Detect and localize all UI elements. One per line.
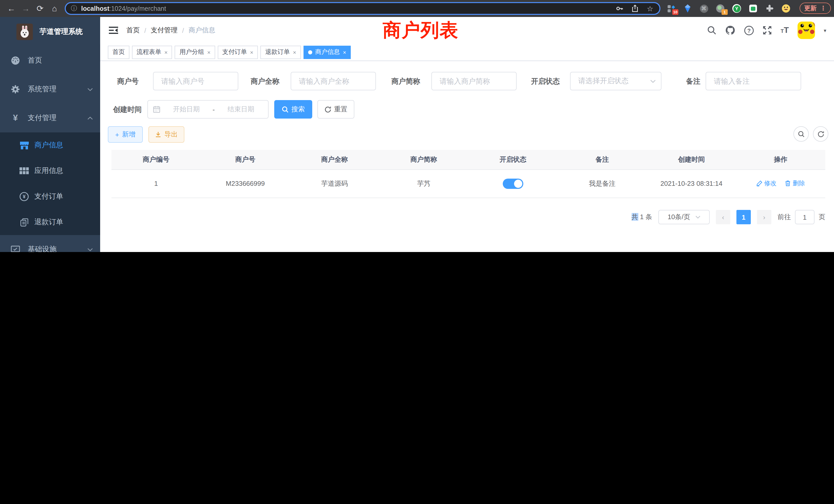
next-page-button[interactable]: › xyxy=(757,210,771,224)
sidebar-item-label: 支付管理 xyxy=(28,113,57,123)
document-copy-icon xyxy=(19,218,29,227)
export-button[interactable]: 导出 xyxy=(148,126,184,143)
sidebar-item-home[interactable]: 首页 xyxy=(0,46,100,75)
yen-circle-icon: ¥ xyxy=(19,192,29,201)
cell-merchant-id: 1 xyxy=(111,169,201,198)
sidebar-item-pay[interactable]: ¥ 支付管理 xyxy=(0,104,100,132)
col-create-time: 创建时间 xyxy=(647,150,736,169)
sidebar-item-label: 商户信息 xyxy=(35,141,63,150)
col-actions: 操作 xyxy=(736,150,826,169)
full-name-input[interactable] xyxy=(291,72,376,90)
avatar-caret-icon[interactable]: ▾ xyxy=(824,27,826,33)
fullscreen-icon[interactable] xyxy=(763,26,772,35)
app-title: 芋道管理系统 xyxy=(40,27,83,36)
cell-short-name: 芋艿 xyxy=(379,169,468,198)
sidebar-item-pay-order[interactable]: ¥ 支付订单 xyxy=(0,184,100,209)
prev-page-button[interactable]: ‹ xyxy=(716,210,730,224)
yen-icon: ¥ xyxy=(10,113,21,123)
dashboard-icon xyxy=(10,56,21,65)
address-bar[interactable]: ⓘ localhost :1024/pay/merchant ☆ xyxy=(65,2,660,15)
create-time-range-picker[interactable]: 开始日期 - 结束日期 xyxy=(147,100,269,118)
close-icon[interactable]: × xyxy=(207,49,211,55)
merchant-no-input[interactable] xyxy=(153,72,238,90)
start-date-placeholder[interactable]: 开始日期 xyxy=(164,105,208,114)
password-key-icon[interactable] xyxy=(616,5,624,12)
goto-page-input[interactable] xyxy=(795,210,814,224)
logo-rabbit-avatar xyxy=(17,23,33,40)
sidebar-logo[interactable]: 芋道管理系统 xyxy=(0,17,100,46)
bookmark-star-icon[interactable]: ☆ xyxy=(647,4,653,13)
status-select[interactable]: 请选择开启状态 xyxy=(570,72,661,90)
reset-button[interactable]: 重置 xyxy=(317,100,354,118)
browser-back-icon[interactable]: ← xyxy=(4,0,19,17)
tab-process-form[interactable]: 流程表单 × xyxy=(132,45,172,59)
proxy-extension-icon[interactable]: 1 xyxy=(716,4,725,13)
goto-label: 前往 xyxy=(777,212,791,222)
blue-gem-extension-icon[interactable] xyxy=(683,4,692,13)
col-merchant-id: 商户编号 xyxy=(111,150,201,169)
col-merchant-no: 商户号 xyxy=(201,150,290,169)
search-icon[interactable] xyxy=(707,26,717,35)
gear-icon xyxy=(10,85,21,94)
tiles-extension-icon[interactable]: 10 xyxy=(666,4,675,13)
remark-input[interactable] xyxy=(706,72,801,90)
site-info-icon[interactable]: ⓘ xyxy=(71,4,77,13)
browser-home-icon[interactable]: ⌂ xyxy=(47,0,62,17)
help-icon[interactable]: ? xyxy=(744,25,754,35)
close-icon[interactable]: × xyxy=(343,49,346,55)
active-tab-dot xyxy=(308,50,312,54)
close-icon[interactable]: × xyxy=(293,49,296,55)
sidebar-item-app-info[interactable]: 应用信息 xyxy=(0,158,100,184)
cell-create-time: 2021-10-23 08:31:14 xyxy=(647,169,736,198)
sidebar-item-label: 系统管理 xyxy=(28,85,57,94)
browser-reload-icon[interactable]: ⟳ xyxy=(33,0,47,17)
sidebar-item-infra[interactable]: 基础设施 xyxy=(0,235,100,252)
sidebar-item-refund-order[interactable]: 退款订单 xyxy=(0,209,100,235)
tab-pay-order[interactable]: 支付订单 × xyxy=(218,45,258,59)
github-icon[interactable] xyxy=(725,25,736,36)
emoji-profile-icon[interactable] xyxy=(782,4,790,13)
browser-menu-icon[interactable]: ⋮ xyxy=(820,5,826,12)
puzzle-extensions-icon[interactable] xyxy=(765,4,774,13)
sidebar-item-system[interactable]: 系统管理 xyxy=(0,75,100,104)
breadcrumb-pay[interactable]: 支付管理 xyxy=(151,26,177,35)
browser-update-button[interactable]: 更新 ⋮ xyxy=(799,3,831,14)
y-extension-icon[interactable]: Y xyxy=(732,4,741,13)
share-icon[interactable] xyxy=(632,5,639,12)
sidebar-item-merchant-info[interactable]: 商户信息 xyxy=(0,132,100,158)
sidebar-fold-icon[interactable] xyxy=(109,26,118,35)
pagination: 共 1 条 10条/页 ‹ 1 › 前往 页 xyxy=(631,209,825,225)
tab-user-group[interactable]: 用户分组 × xyxy=(175,45,215,59)
delete-link[interactable]: 删除 xyxy=(785,179,805,188)
edit-link[interactable]: 修改 xyxy=(756,179,776,188)
close-icon[interactable]: × xyxy=(250,49,254,55)
search-button[interactable]: 搜索 xyxy=(274,100,312,118)
tab-home[interactable]: 首页 xyxy=(108,45,129,59)
user-avatar[interactable] xyxy=(797,22,815,39)
refresh-button[interactable] xyxy=(813,126,828,142)
add-button[interactable]: + 新增 xyxy=(108,126,143,143)
breadcrumb-home[interactable]: 首页 xyxy=(126,26,140,35)
toggle-search-button[interactable] xyxy=(793,126,809,142)
proxy-extension-badge: 1 xyxy=(722,9,728,15)
end-date-placeholder[interactable]: 结束日期 xyxy=(219,105,263,114)
svg-text:¥: ¥ xyxy=(23,194,26,199)
command-extension-icon[interactable]: ⌘ xyxy=(699,4,708,13)
extension-icons: 10 ⌘ 1 Y xyxy=(666,4,790,13)
page-1-button[interactable]: 1 xyxy=(737,210,751,224)
url-path: :1024/pay/merchant xyxy=(109,5,166,12)
col-remark: 备注 xyxy=(558,150,647,169)
font-size-icon[interactable]: TT xyxy=(781,26,789,35)
chat-extension-icon[interactable] xyxy=(749,4,758,13)
annotation-merchant-list: 商户列表 xyxy=(382,18,459,43)
screen: ← → ⟳ ⌂ ⓘ localhost :1024/pay/merchant ☆ xyxy=(0,0,834,252)
page-size-select[interactable]: 10条/页 xyxy=(658,210,710,224)
browser-forward-icon[interactable]: → xyxy=(19,0,33,17)
status-toggle[interactable] xyxy=(503,178,523,189)
tab-refund-order[interactable]: 退款订单 × xyxy=(261,45,301,59)
breadcrumb: 首页 / 支付管理 / 商户信息 xyxy=(126,26,215,35)
tab-merchant-info[interactable]: 商户信息 × xyxy=(304,45,351,59)
status-label: 开启状态 xyxy=(524,72,560,90)
short-name-input[interactable] xyxy=(431,72,517,90)
close-icon[interactable]: × xyxy=(164,49,168,55)
